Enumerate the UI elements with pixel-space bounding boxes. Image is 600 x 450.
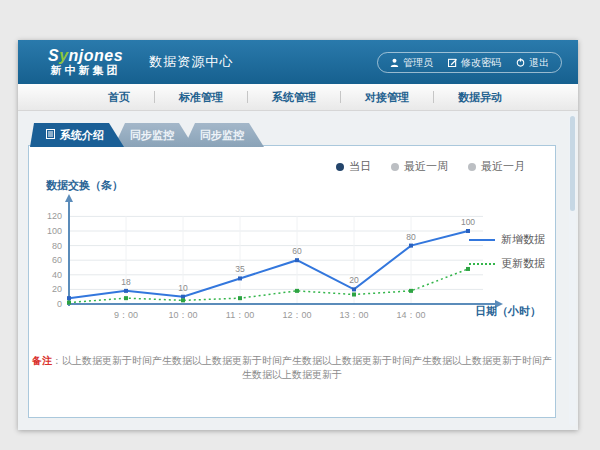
- svg-text:0: 0: [57, 299, 62, 309]
- svg-text:10: 10: [178, 283, 188, 293]
- radio-selected-icon: [336, 163, 344, 171]
- svg-text:60: 60: [292, 246, 302, 256]
- svg-text:80: 80: [406, 232, 416, 242]
- svg-text:14：00: 14：00: [396, 310, 425, 320]
- svg-text:11：00: 11：00: [226, 310, 254, 320]
- change-password-button[interactable]: 修改密码: [448, 56, 501, 70]
- legend-item-new-data: 新增数据: [469, 232, 545, 247]
- radio-last-month[interactable]: 最近一月: [468, 159, 525, 174]
- vertical-scrollbar[interactable]: [569, 114, 576, 426]
- tab-system-intro[interactable]: 系统介绍: [30, 123, 124, 147]
- nav-item-data-change[interactable]: 数据异动: [434, 90, 526, 105]
- tab-sync-monitor-1[interactable]: 同步监控: [114, 123, 194, 147]
- svg-text:100: 100: [461, 217, 475, 227]
- svg-text:13：00: 13：00: [339, 310, 368, 320]
- tab-bar: 系统介绍 同步监控 同步监控: [30, 123, 264, 147]
- company-logo: Synjones 新中新集团: [48, 48, 123, 76]
- power-icon: [516, 58, 525, 67]
- current-user-button[interactable]: 管理员: [390, 56, 433, 70]
- logout-button[interactable]: 退出: [516, 56, 549, 70]
- scrollbar-thumb[interactable]: [570, 116, 575, 211]
- main-window: Synjones 新中新集团 数据资源中心 管理员 修改密码 退出: [18, 40, 578, 430]
- radio-unselected-icon: [391, 163, 399, 171]
- svg-text:100: 100: [47, 226, 62, 236]
- svg-text:10：00: 10：00: [168, 310, 197, 320]
- legend-item-updated-data: 更新数据: [469, 256, 545, 271]
- solid-line-swatch: [469, 239, 495, 241]
- svg-text:60: 60: [52, 255, 62, 265]
- radio-last-week[interactable]: 最近一周: [391, 159, 448, 174]
- footnote-label: 备注: [32, 355, 52, 366]
- user-icon: [390, 58, 399, 67]
- logo-text-cn: 新中新集团: [48, 65, 123, 77]
- svg-text:20: 20: [52, 284, 62, 294]
- logo-text-en: Synjones: [48, 48, 123, 65]
- line-chart: 0204060801001209：0010：0011：0012：0013：001…: [43, 190, 513, 325]
- nav-item-interface-mgmt[interactable]: 对接管理: [341, 90, 433, 105]
- x-axis-title: 日期（小时）: [475, 304, 541, 319]
- main-nav: 首页 标准管理 系统管理 对接管理 数据异动: [18, 84, 578, 111]
- document-icon: [46, 123, 55, 147]
- nav-item-standard-mgmt[interactable]: 标准管理: [155, 90, 247, 105]
- svg-text:18: 18: [121, 277, 131, 287]
- chart-panel: 当日 最近一周 最近一月 数据交换（条） 0204060801001209：00…: [28, 145, 556, 418]
- radio-unselected-icon: [468, 163, 476, 171]
- nav-item-system-mgmt[interactable]: 系统管理: [248, 90, 340, 105]
- nav-item-home[interactable]: 首页: [84, 90, 154, 105]
- app-header: Synjones 新中新集团 数据资源中心 管理员 修改密码 退出: [18, 40, 578, 84]
- edit-icon: [448, 58, 457, 67]
- svg-text:35: 35: [235, 264, 245, 274]
- svg-text:12：00: 12：00: [282, 310, 311, 320]
- footnote: 备注：以上数据更新于时间产生数据以上数据更新于时间产生数据以上数据更新于时间产生…: [29, 354, 555, 382]
- user-menu: 管理员 修改密码 退出: [377, 52, 562, 73]
- svg-text:40: 40: [52, 270, 62, 280]
- page-title: 数据资源中心: [149, 53, 233, 71]
- svg-text:120: 120: [47, 211, 62, 221]
- logo-y-accent: y: [59, 47, 68, 64]
- svg-text:9：00: 9：00: [114, 310, 138, 320]
- time-range-filter: 当日 最近一周 最近一月: [336, 159, 525, 174]
- svg-text:20: 20: [349, 275, 359, 285]
- content-area: 系统介绍 同步监控 同步监控 当日 最近一周 最近一月 数据交: [18, 111, 578, 430]
- tab-sync-monitor-2[interactable]: 同步监控: [184, 123, 264, 147]
- svg-text:80: 80: [52, 241, 62, 251]
- chart-legend: 新增数据 更新数据: [469, 232, 545, 280]
- radio-today[interactable]: 当日: [336, 159, 371, 174]
- dotted-line-swatch: [469, 263, 495, 265]
- chart-container: 0204060801001209：0010：0011：0012：0013：001…: [43, 190, 513, 329]
